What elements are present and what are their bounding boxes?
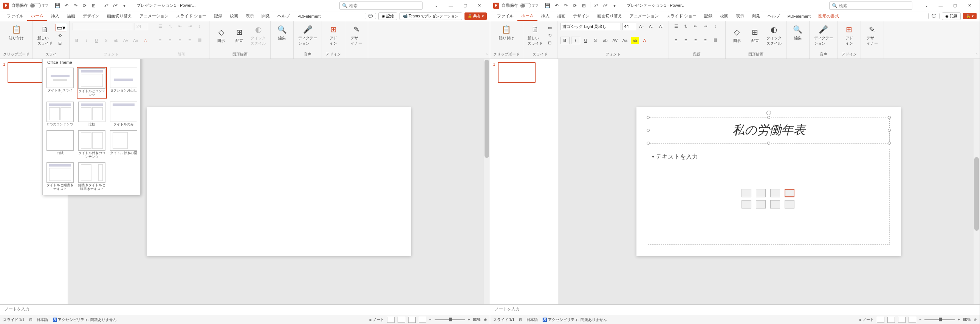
font-color-button[interactable]: A: [142, 37, 150, 44]
tab-animations-r[interactable]: アニメーション: [626, 12, 663, 21]
layout-title-only[interactable]: タイトルのみ: [109, 101, 138, 127]
teams-present-button[interactable]: 📹 Teams でプレゼンテーション: [399, 13, 462, 20]
search-input[interactable]: [349, 3, 420, 8]
tab-animations[interactable]: アニメーション: [136, 12, 172, 21]
record-button-r[interactable]: ◉ 記録: [942, 13, 961, 20]
tab-home-r[interactable]: ホーム: [517, 11, 538, 21]
font-size-combo-r[interactable]: [622, 23, 636, 30]
tab-record[interactable]: 記録: [210, 12, 226, 21]
redo-icon-r[interactable]: ↷: [562, 2, 570, 10]
zoom-in-icon[interactable]: +: [468, 318, 470, 322]
bullets-button-r[interactable]: ☰: [672, 23, 680, 29]
layout-title-slide[interactable]: タイトル スライド: [46, 67, 75, 98]
comments-button[interactable]: 💬: [365, 13, 376, 19]
language-status-r[interactable]: 日本語: [527, 317, 538, 322]
superscript-icon-r[interactable]: x²: [593, 2, 600, 10]
slideshow-view-icon[interactable]: [419, 317, 426, 323]
tab-insert-r[interactable]: 挿入: [538, 12, 553, 21]
case-button[interactable]: Aa: [132, 37, 140, 44]
tab-help-r[interactable]: ヘルプ: [764, 12, 784, 21]
ribbon-options-icon[interactable]: ⌄: [430, 1, 444, 10]
touch-icon[interactable]: ⊞: [90, 2, 97, 10]
repeat-icon[interactable]: ⟳: [81, 2, 88, 10]
slideshow-view-icon-r[interactable]: [908, 317, 916, 323]
close-icon-r[interactable]: ✕: [962, 1, 977, 10]
font-name-combo-r[interactable]: [560, 23, 621, 30]
numbering-button[interactable]: ⒈: [166, 23, 174, 29]
strike-button-r[interactable]: S: [592, 37, 600, 44]
find-button[interactable]: 🔍編集: [274, 23, 290, 42]
insert-icon-icon[interactable]: [784, 200, 794, 208]
tab-transitions-r[interactable]: 画面切り替え: [593, 12, 626, 21]
reset-button-r[interactable]: ⟲: [546, 32, 554, 38]
title-placeholder[interactable]: 私の労働年表: [648, 117, 890, 143]
linespace-button-r[interactable]: ↕: [711, 23, 720, 29]
redo-icon[interactable]: ↷: [72, 2, 80, 10]
find-button-r[interactable]: 🔍編集: [789, 23, 806, 42]
reset-button[interactable]: ⟲: [56, 32, 64, 39]
qat-dropdown-icon-r[interactable]: ▾: [611, 2, 618, 10]
spacing-button-r[interactable]: AV: [611, 37, 619, 44]
tab-home[interactable]: ホーム: [27, 11, 47, 21]
addins-button-r[interactable]: ⊞アド イン: [841, 23, 858, 48]
layout-blank[interactable]: 白紙: [46, 130, 75, 160]
strike-button[interactable]: S: [102, 37, 110, 44]
layout-title-content[interactable]: タイトルとコンテンツ: [77, 67, 107, 98]
subscript-icon-r[interactable]: e²: [602, 2, 609, 10]
zoom-slider-r[interactable]: [924, 319, 955, 320]
insert-online-pic-icon[interactable]: [756, 200, 766, 208]
selection-handle[interactable]: [767, 141, 770, 145]
underline-button-r[interactable]: U: [582, 37, 590, 44]
insert-video-icon[interactable]: [770, 200, 780, 208]
section-button-r[interactable]: ⊟: [546, 39, 554, 46]
insert-smartart-icon[interactable]: [770, 189, 780, 197]
align-left-button[interactable]: ≡: [156, 37, 164, 43]
notes-pane[interactable]: ノートを入力: [0, 304, 490, 315]
indent-inc-button[interactable]: ⇥: [186, 23, 194, 29]
selection-handle[interactable]: [647, 141, 650, 145]
tab-view-r[interactable]: 表示: [732, 12, 748, 21]
normal-view-icon[interactable]: [387, 317, 395, 323]
underline-button[interactable]: U: [92, 37, 100, 44]
bold-button[interactable]: B: [73, 37, 81, 44]
tab-help[interactable]: ヘルプ: [274, 12, 294, 21]
bold-button-r[interactable]: B: [560, 37, 570, 44]
vertical-scrollbar[interactable]: [484, 59, 490, 304]
shadow-button[interactable]: ab: [112, 37, 120, 44]
shapes-button-r[interactable]: ◇図形: [729, 25, 745, 45]
selection-handle[interactable]: [647, 129, 650, 132]
layout-picture-caption[interactable]: タイトル付きの図: [109, 130, 138, 160]
tab-draw[interactable]: 描画: [63, 12, 79, 21]
selection-handle[interactable]: [647, 116, 650, 119]
insert-3d-icon[interactable]: [784, 189, 794, 197]
undo-icon[interactable]: ↶: [63, 2, 70, 10]
share-button[interactable]: 🔓 共有 ▾: [465, 13, 487, 20]
justify-button[interactable]: ≡: [186, 37, 194, 43]
insert-table-icon[interactable]: [741, 189, 751, 197]
sorter-view-icon-r[interactable]: [888, 317, 895, 323]
slide-thumbnail[interactable]: [8, 62, 45, 83]
tab-design[interactable]: デザイン: [79, 12, 103, 21]
clear-format-button[interactable]: A⃠: [657, 23, 665, 30]
maximize-icon-r[interactable]: ▢: [948, 1, 962, 10]
content-bullet-text[interactable]: • テキストを入力: [652, 153, 886, 161]
insert-picture-icon[interactable]: [741, 200, 751, 208]
new-slide-button[interactable]: 🗎 新しい スライド: [36, 23, 54, 48]
touch-icon-r[interactable]: ⊞: [580, 2, 588, 10]
slide-thumbnail-r[interactable]: [498, 62, 536, 83]
layout-content-caption[interactable]: タイトル付きのコンテンツ: [77, 130, 107, 160]
comments-button-r[interactable]: 💬: [928, 13, 940, 19]
slide-canvas-r[interactable]: 私の労働年表 • テキストを入力: [636, 107, 901, 256]
tab-record-r[interactable]: 記録: [700, 12, 716, 21]
slide-canvas[interactable]: [146, 107, 411, 256]
tab-draw-r[interactable]: 描画: [553, 12, 569, 21]
accessibility-status[interactable]: ♿ アクセシビリティ: 問題ありません: [52, 317, 117, 322]
autosave-toggle[interactable]: [30, 3, 41, 8]
notes-toggle[interactable]: ≡ ノート: [369, 317, 384, 322]
paste-button-r[interactable]: 📋貼り付け: [493, 23, 520, 42]
layout-comparison[interactable]: 比較: [77, 101, 107, 127]
notes-toggle-r[interactable]: ≡ ノート: [859, 317, 874, 322]
font-color-button-r[interactable]: A: [641, 37, 649, 44]
new-slide-button-r[interactable]: 🗎新しい スライド: [526, 23, 544, 48]
shrink-font-button[interactable]: A↓: [648, 23, 656, 30]
